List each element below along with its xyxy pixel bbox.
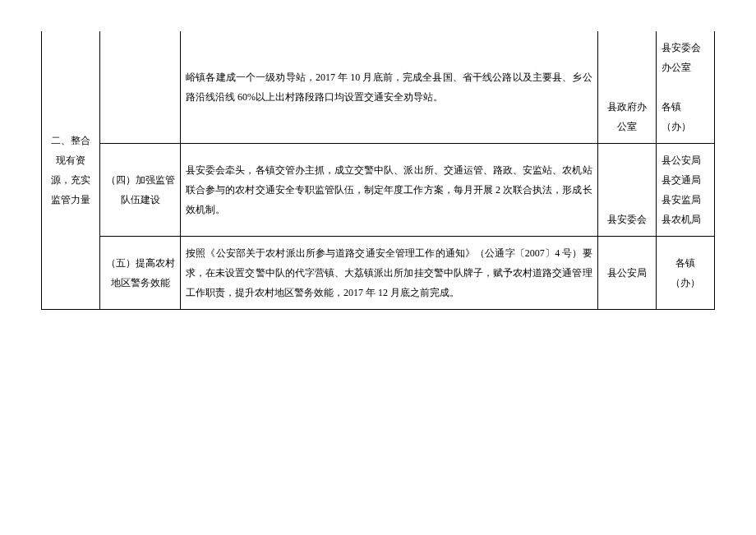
lead2-cell: 县安委会 <box>597 144 656 237</box>
table-row: （四）加强监管队伍建设 县安委会牵头，各镇交管办主抓，成立交警中队、派出所、交通… <box>42 144 715 237</box>
subtask-cell <box>100 31 181 144</box>
desc-cell: 峪镇各建成一个一级劝导站，2017 年 10 月底前，完成全县国、省干线公路以及… <box>181 31 597 144</box>
lead2-cell: 县公安局 <box>597 237 656 310</box>
coop-cell: 县安委会办公室 各镇（办） <box>656 31 714 144</box>
table-row: 二、整合现有资源，充实监管力量 峪镇各建成一个一级劝导站，2017 年 10 月… <box>42 31 715 144</box>
coop-cell: 县公安局县交通局县安监局县农机局 <box>656 144 714 237</box>
lead1-cell: 县政府办公室 <box>597 31 656 144</box>
table-row: （五）提高农村地区警务效能 按照《公安部关于农村派出所参与道路交通安全管理工作的… <box>42 237 715 310</box>
coop-cell: 各镇（办） <box>656 237 714 310</box>
task-table: 二、整合现有资源，充实监管力量 峪镇各建成一个一级劝导站，2017 年 10 月… <box>41 31 715 310</box>
desc-cell: 县安委会牵头，各镇交管办主抓，成立交警中队、派出所、交通运管、路政、安监站、农机… <box>181 144 597 237</box>
subtask-cell: （五）提高农村地区警务效能 <box>100 237 181 310</box>
subtask-cell: （四）加强监管队伍建设 <box>100 144 181 237</box>
desc-cell: 按照《公安部关于农村派出所参与道路交通安全管理工作的通知》（公通字〔2007〕4… <box>181 237 597 310</box>
category-cell: 二、整合现有资源，充实监管力量 <box>42 31 100 310</box>
